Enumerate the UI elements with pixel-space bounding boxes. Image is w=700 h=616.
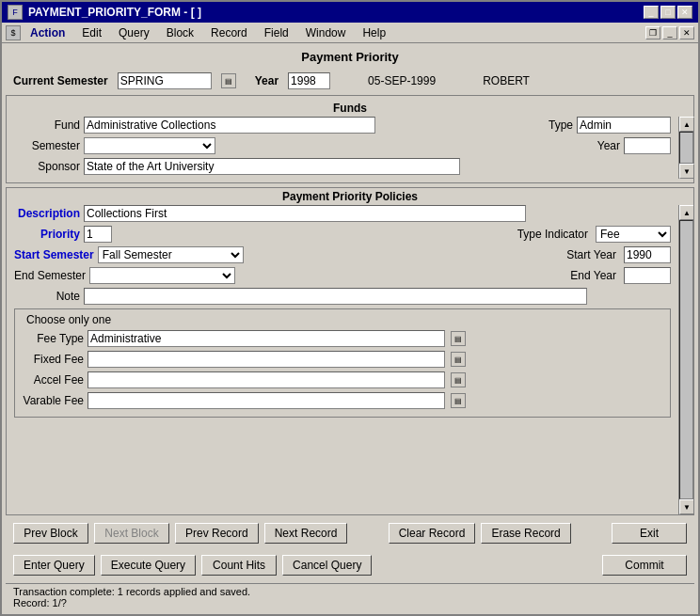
menu-block[interactable]: Block: [159, 24, 201, 41]
current-semester-input[interactable]: [118, 72, 212, 89]
main-window: F PAYMENT_PRIORITY_FORM - [ ] _ □ ✕ $ Ac…: [0, 0, 700, 616]
menu-action[interactable]: Action: [23, 24, 72, 41]
policies-title: Payment Priority Policies: [7, 188, 693, 205]
funds-year-input[interactable]: [624, 137, 671, 154]
start-year-input[interactable]: [624, 246, 671, 263]
end-year-input[interactable]: [624, 267, 671, 284]
cancel-query-button[interactable]: Cancel Query: [282, 555, 372, 576]
current-semester-label: Current Semester: [13, 74, 108, 87]
header-row: Current Semester ▤ Year 05-SEP-1999 ROBE…: [6, 71, 694, 91]
fund-input[interactable]: [84, 117, 375, 134]
menu-field[interactable]: Field: [257, 24, 296, 41]
funds-year-label: Year: [592, 139, 620, 152]
funds-scroll-up[interactable]: ▲: [679, 117, 694, 132]
semester-label: Semester: [14, 139, 80, 152]
fee-type-label: Fee Type: [23, 332, 84, 345]
end-semester-label: End Semester: [14, 269, 86, 282]
menu-bar: $ Action Edit Query Block Record Field W…: [2, 23, 698, 43]
varable-fee-label: Varable Fee: [23, 394, 84, 407]
prev-record-button[interactable]: Prev Record: [175, 523, 259, 544]
year-input[interactable]: [288, 72, 330, 89]
fixed-fee-input[interactable]: [88, 351, 445, 368]
title-bar: F PAYMENT_PRIORITY_FORM - [ ] _ □ ✕: [2, 2, 698, 23]
menu-window[interactable]: Window: [298, 24, 354, 41]
priority-input[interactable]: [84, 226, 112, 243]
varable-fee-input[interactable]: [88, 392, 445, 409]
description-label: Description: [14, 207, 80, 220]
minimize-button[interactable]: _: [644, 6, 659, 19]
status-bar: Transaction complete: 1 records applied …: [6, 583, 694, 610]
inner-close-button[interactable]: ✕: [679, 26, 694, 39]
policies-scrollbar: ▲ ▼: [678, 205, 693, 514]
inner-min-button[interactable]: _: [662, 26, 677, 39]
varable-fee-browse[interactable]: ▤: [451, 393, 466, 408]
erase-record-button[interactable]: Erase Record: [481, 523, 570, 544]
accel-fee-browse[interactable]: ▤: [451, 372, 466, 387]
choose-only-one-label: Choose only one: [23, 313, 115, 326]
end-semester-select[interactable]: [89, 267, 235, 284]
policies-panel: Payment Priority Policies Description Pr…: [6, 187, 694, 515]
accel-fee-label: Accel Fee: [23, 373, 84, 387]
fee-type-input[interactable]: [88, 330, 445, 347]
start-semester-label: Start Semester: [14, 248, 94, 261]
exit-button[interactable]: Exit: [612, 523, 687, 544]
funds-title: Funds: [7, 100, 693, 117]
fixed-fee-browse[interactable]: ▤: [451, 352, 466, 367]
type-label: Type: [545, 118, 573, 132]
sponsor-input[interactable]: [84, 158, 460, 175]
year-label: Year: [255, 74, 278, 87]
count-hits-button[interactable]: Count Hits: [201, 555, 277, 576]
menu-record[interactable]: Record: [203, 24, 255, 41]
start-semester-select[interactable]: Fall Semester: [98, 246, 244, 263]
type-indicator-label: Type Indicator: [517, 228, 588, 241]
note-label: Note: [14, 290, 80, 303]
button-row-1: Prev Block Next Block Prev Record Next R…: [6, 519, 694, 547]
user-display: ROBERT: [483, 74, 530, 87]
sponsor-label: Sponsor: [14, 160, 80, 173]
next-block-button[interactable]: Next Block: [94, 523, 169, 544]
type-input[interactable]: [577, 117, 671, 134]
fixed-fee-label: Fixed Fee: [23, 353, 84, 366]
prev-block-button[interactable]: Prev Block: [13, 523, 88, 544]
policies-scroll-down[interactable]: ▼: [679, 499, 694, 514]
window-title: PAYMENT_PRIORITY_FORM - [ ]: [28, 6, 201, 19]
accel-fee-input[interactable]: [88, 371, 445, 388]
menu-edit[interactable]: Edit: [74, 24, 109, 41]
maximize-button[interactable]: □: [660, 6, 676, 19]
type-indicator-select[interactable]: Fee Fixed Accel Variable: [596, 226, 671, 243]
app-icon: $: [6, 25, 21, 40]
start-year-label: Start Year: [566, 248, 616, 261]
commit-button[interactable]: Commit: [602, 555, 687, 576]
priority-label: Priority: [14, 228, 80, 241]
funds-scrollbar: ▲ ▼: [678, 117, 693, 179]
clear-record-button[interactable]: Clear Record: [389, 523, 476, 544]
funds-scroll-down[interactable]: ▼: [679, 164, 694, 179]
enter-query-button[interactable]: Enter Query: [13, 555, 95, 576]
status-line-2: Record: 1/?: [13, 597, 687, 608]
note-input[interactable]: [84, 288, 587, 305]
window-icon: F: [8, 5, 23, 20]
status-line-1: Transaction complete: 1 records applied …: [13, 586, 687, 597]
end-year-label: End Year: [570, 269, 616, 282]
menu-help[interactable]: Help: [355, 24, 393, 41]
next-record-button[interactable]: Next Record: [264, 523, 348, 544]
date-display: 05-SEP-1999: [368, 74, 436, 87]
execute-query-button[interactable]: Execute Query: [101, 555, 196, 576]
close-button[interactable]: ✕: [677, 6, 692, 19]
button-row-2: Enter Query Execute Query Count Hits Can…: [6, 551, 694, 579]
fund-label: Fund: [14, 118, 80, 132]
choose-only-one-box: Choose only one Fee Type ▤ Fixed Fee ▤: [14, 308, 671, 418]
semester-select[interactable]: [84, 137, 215, 154]
description-input[interactable]: [84, 205, 526, 222]
semester-browse-button[interactable]: ▤: [221, 73, 236, 88]
inner-restore-button[interactable]: ❐: [645, 26, 660, 39]
fee-type-browse[interactable]: ▤: [451, 331, 466, 346]
policies-scroll-up[interactable]: ▲: [679, 205, 694, 220]
payment-priority-title: Payment Priority: [6, 47, 694, 67]
funds-panel: Funds Fund Type Semester: [6, 95, 694, 183]
menu-query[interactable]: Query: [111, 24, 157, 41]
